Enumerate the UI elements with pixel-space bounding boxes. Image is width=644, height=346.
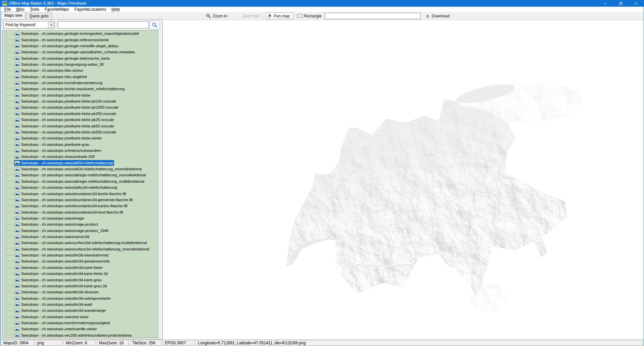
menu-help[interactable]: Help [109, 7, 123, 12]
tree-item[interactable]: Swisstopo - ch.swisstopo.pixelkarte-farb… [3, 98, 158, 104]
map-thumbnail-icon [15, 100, 20, 103]
tree-item[interactable]: Swisstopo - ch.swisstopo.geologie-reflex… [3, 37, 158, 43]
status-min-zoom: MinZoom: 8 [63, 340, 96, 346]
map-thumbnail-icon [15, 192, 20, 195]
tree-item[interactable]: Swisstopo - ch.swisstopo.geologie-spezia… [3, 49, 158, 55]
close-button[interactable] [628, 0, 644, 7]
pan-map-button[interactable]: Pan map [266, 12, 293, 19]
tree-item[interactable]: Swisstopo - ch.swisstopo.swisssurface3d-… [3, 246, 158, 252]
restore-button[interactable] [613, 0, 628, 7]
tree-item[interactable]: Swisstopo - ch.swisstopo.pixelkarte-farb… [3, 104, 158, 110]
tab-quick-goto[interactable]: Quick goto [26, 13, 52, 19]
tree-item[interactable]: Swisstopo - ch.swisstopo.hangneigung-ueb… [3, 61, 158, 67]
minimize-button[interactable] [597, 0, 613, 7]
menu-favoritelocations[interactable]: FavoriteLocations [72, 7, 109, 12]
tree-item[interactable]: Swisstopo - ch.swisstopo.swissimage-prod… [3, 221, 158, 227]
tree-item[interactable]: Swisstopo - ch.swisstopo.pixelkarte-farb… [3, 92, 158, 98]
tree-connector-line [6, 46, 14, 46]
map-thumbnail-icon [15, 204, 20, 208]
tree-item[interactable]: Swisstopo - ch.swisstopo.swissalti3d-rel… [3, 160, 158, 166]
tab-maps-tree[interactable]: Maps tree [1, 12, 25, 19]
tree-item[interactable]: Swisstopo - ch.swisstopo.swisstlm3d-wand… [3, 307, 158, 313]
menu-favoritemaps[interactable]: FavoriteMaps [42, 7, 72, 12]
menu-misc[interactable]: Misc [13, 7, 27, 12]
tree-connector-line [6, 243, 14, 243]
chevron-down-icon[interactable]: ▼ [48, 21, 54, 28]
map-thumbnail-icon [15, 142, 20, 146]
tree-item[interactable]: Swisstopo - ch.swisstopo.swisstlm3d-kart… [3, 271, 158, 277]
menubar: FileMiscToolsFavoriteMapsFavoriteLocatio… [0, 7, 644, 12]
tree-item[interactable]: Swisstopo - ch.swisstopo.swissboundaries… [3, 197, 158, 203]
map-thumbnail-icon [15, 81, 20, 85]
download-button[interactable]: Download [424, 12, 451, 19]
map-thumbnail-icon [15, 179, 20, 183]
search-button[interactable] [149, 20, 160, 30]
tree-item[interactable]: Swisstopo - ch.swisstopo.swisstne-base [3, 314, 158, 320]
tree-item[interactable]: Swisstopo - ch.swisstopo.swisstlm3d-kart… [3, 265, 158, 271]
tree-item[interactable]: Swisstopo - ch.swisstopo.swissimage-prod… [3, 228, 158, 234]
tree-item[interactable]: Swisstopo - ch.swisstopo.geologie-tekton… [3, 55, 158, 61]
tree-connector-line [6, 52, 14, 52]
map-viewport[interactable] [163, 20, 644, 339]
tree-connector-line [6, 120, 14, 120]
tree-connector-line [6, 206, 14, 206]
tree-item[interactable]: Swisstopo - ch.swisstopo.hiks-dufour [3, 67, 158, 73]
tree-item[interactable]: Swisstopo - ch.swisstopo.swissaltiregio-… [3, 178, 158, 184]
switzerland-relief-map [268, 83, 583, 316]
tree-item[interactable]: Swisstopo - ch.swisstopo.pixelkarte-farb… [3, 111, 158, 117]
tree-item[interactable]: Swisstopo - ch.swisstopo.pixelkarte-farb… [3, 117, 158, 123]
tree-item-label: Swisstopo - ch.swisstopo.pixelkarte-farb… [21, 99, 116, 103]
tree-item[interactable]: Swisstopo - ch.swisstopo.swissalti3d-rel… [3, 166, 158, 172]
tree-item[interactable]: Swisstopo - ch.swisstopo.swisstlm3d-kart… [3, 277, 158, 283]
map-thumbnail-icon [15, 210, 20, 214]
tree-item[interactable]: Swisstopo - ch.swisstopo.vec200-adminbou… [3, 332, 158, 338]
tree-item[interactable]: Swisstopo - ch.swisstopo.koordinatenaend… [3, 80, 158, 86]
menu-tools[interactable]: Tools [27, 7, 42, 12]
tree-item[interactable]: Swisstopo - ch.swisstopo.pixelkarte-farb… [3, 135, 158, 141]
tree-item[interactable]: Swisstopo - ch.swisstopo.geologie-locker… [3, 31, 158, 37]
tree-item[interactable]: Swisstopo - ch.swisstopo.strassenkarte-2… [3, 154, 158, 160]
tree-item-label: Swisstopo - ch.swisstopo.pixelkarte-grau [21, 142, 90, 147]
tree-item[interactable]: Swisstopo - ch.swisstopo.pixelkarte-grau [3, 141, 158, 147]
tree-item[interactable]: Swisstopo - ch.swisstopo.swisstlm3d-gewa… [3, 258, 158, 264]
tree-item[interactable]: Swisstopo - ch.swisstopo.swisstlm3d-stra… [3, 289, 158, 295]
tree-item[interactable]: Swisstopo - ch.swisstopo.swissnames3d [3, 234, 158, 240]
menu-file[interactable]: File [2, 7, 13, 12]
tree-item[interactable]: Swisstopo - ch.swisstopo.swissimage [3, 215, 158, 221]
tree-item[interactable]: Swisstopo - ch.swisstopo.swissboundaries… [3, 209, 158, 215]
tree-item[interactable]: Swisstopo - ch.swisstopo.swisstlm3d-eise… [3, 252, 158, 258]
tree-item[interactable]: Swisstopo - ch.swisstopo.swisssurface3d-… [3, 240, 158, 246]
map-thumbnail-icon [15, 149, 20, 153]
tree-item[interactable]: Swisstopo - ch.swisstopo.swissbathy3d-re… [3, 184, 158, 190]
tree-item-label: Swisstopo - ch.swisstopo.swissalti3d-rel… [21, 167, 142, 171]
zoom-in-button[interactable]: Zoom in [205, 12, 228, 19]
tree-item[interactable]: Swisstopo - ch.swisstopo.swisstlm3d-uebr… [3, 295, 158, 301]
maps-tree-list[interactable]: Swisstopo - ch.swisstopo.geologie-locker… [2, 30, 158, 338]
tree-connector-line [6, 163, 14, 163]
tree-item[interactable]: Swisstopo - ch.swisstopo.hiks-siegfried [3, 74, 158, 80]
map-thumbnail-icon [15, 50, 20, 54]
map-thumbnail-icon [15, 290, 20, 294]
tree-item[interactable]: Swisstopo - ch.swisstopo.unterkuenfte-wi… [3, 326, 158, 332]
tree-item[interactable]: Swisstopo - ch.swisstopo.leichte-basiska… [3, 86, 158, 92]
tree-item[interactable]: Swisstopo - ch.swisstopo.swissaltiregio-… [3, 172, 158, 178]
tree-item[interactable]: Swisstopo - ch.swisstopo.swisstlm3d-wald [3, 301, 158, 307]
tree-item-label: Swisstopo - ch.swisstopo.swissaltiregio-… [21, 179, 144, 183]
zoom-out-button[interactable]: Zoom out [241, 12, 261, 19]
tree-connector-line [6, 298, 14, 298]
tree-item[interactable]: Swisstopo - ch.swisstopo.schneeschuhwand… [3, 148, 158, 154]
toolbar-text-input[interactable] [325, 13, 421, 19]
tree-item[interactable]: Swisstopo - ch.swisstopo.swisstlm3d-kart… [3, 283, 158, 289]
tree-item[interactable]: Swisstopo - ch.swisstopo.swissboundaries… [3, 190, 158, 196]
tree-item[interactable]: Swisstopo - ch.swisstopo.transformations… [3, 320, 158, 326]
map-thumbnail-icon [15, 130, 20, 134]
tree-item-label: Swisstopo - ch.swisstopo.pixelkarte-farb… [21, 105, 118, 109]
tree-item[interactable]: Swisstopo - ch.swisstopo.pixelkarte-farb… [3, 129, 158, 135]
find-mode-combobox[interactable]: Find by Keyword ▼ [3, 21, 54, 28]
tree-item[interactable]: Swisstopo - ch.swisstopo.geologie-rohsto… [3, 43, 158, 49]
rectangle-select-button[interactable]: Rectangle [296, 12, 323, 19]
keyword-search-input[interactable] [58, 21, 149, 28]
tree-item[interactable]: Swisstopo - ch.swisstopo.pixelkarte-farb… [3, 123, 158, 129]
titlebar[interactable]: Offline Map Maker 8.363 - Maps Previewer [0, 0, 644, 7]
tree-item[interactable]: Swisstopo - ch.swisstopo.swissboundaries… [3, 203, 158, 209]
